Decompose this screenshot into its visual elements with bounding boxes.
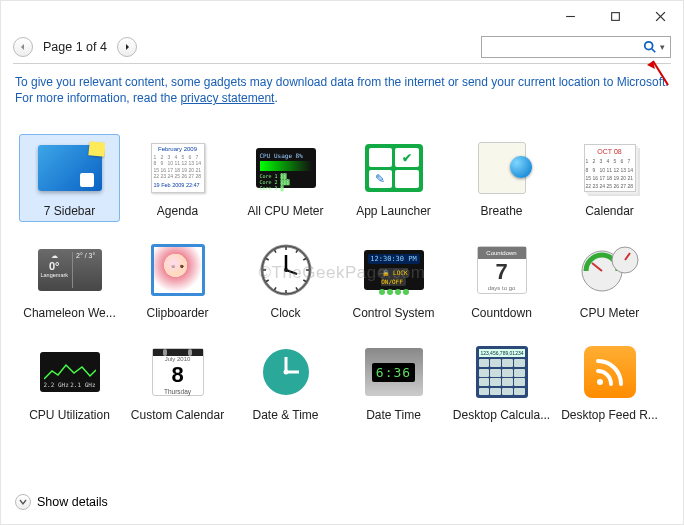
svg-point-36: [597, 379, 603, 385]
gadget-label: Clipboarder: [146, 306, 208, 320]
gadget-thumbnail: [575, 240, 645, 300]
gadget-label: 7 Sidebar: [44, 204, 95, 218]
gadget-label: Custom Calendar: [131, 408, 224, 422]
gadget-thumbnail: Countdown7days to go: [467, 240, 537, 300]
gadget-item[interactable]: 7 Sidebar: [19, 134, 120, 222]
next-page-button[interactable]: [117, 37, 137, 57]
gadget-item[interactable]: February 2009123456789101112131415161718…: [127, 138, 228, 218]
gadget-item[interactable]: CPU Meter: [559, 240, 660, 320]
gadget-item[interactable]: Countdown7days to go Countdown: [451, 240, 552, 320]
gadget-grid: 7 Sidebar February 200912345678910111213…: [1, 110, 683, 430]
gadget-label: Date Time: [366, 408, 421, 422]
gadget-item[interactable]: 12:30:30 PM🔒 LOCK ON/OFF Control System: [343, 240, 444, 320]
gadget-label: Agenda: [157, 204, 198, 218]
gadget-label: Breathe: [480, 204, 522, 218]
gadget-thumbnail: CPU Usage 8%Core 1 ▓▓Core 2 ▓▓▓Core 3 ▓: [251, 138, 321, 198]
gadget-item[interactable]: CPU Usage 8%Core 1 ▓▓Core 2 ▓▓▓Core 3 ▓ …: [235, 138, 336, 218]
maximize-button[interactable]: [593, 1, 638, 31]
gadget-item[interactable]: July 20108Thursday Custom Calendar: [127, 342, 228, 422]
gadget-label: Control System: [352, 306, 434, 320]
toolbar-divider: [13, 63, 671, 64]
notice-text: To give you relevant content, some gadge…: [15, 75, 669, 105]
gadget-item[interactable]: 123,456,789,01234 Desktop Calcula...: [451, 342, 552, 422]
gadget-thumbnail: July 20108Thursday: [143, 342, 213, 402]
gadget-item[interactable]: 2.2 GHz2.1 GHz CPU Utilization: [19, 342, 120, 422]
search-input[interactable]: [486, 39, 643, 55]
gadget-item[interactable]: Breathe: [451, 138, 552, 218]
gadget-label: Date & Time: [252, 408, 318, 422]
svg-point-6: [645, 42, 653, 50]
gadget-thumbnail: 6:36: [359, 342, 429, 402]
svg-marker-5: [126, 44, 129, 50]
search-box[interactable]: ▾: [481, 36, 671, 58]
gadget-label: Clock: [270, 306, 300, 320]
gadget-label: All CPU Meter: [247, 204, 323, 218]
search-icon[interactable]: [643, 40, 657, 54]
gadget-label: Countdown: [471, 306, 532, 320]
gadget-label: App Launcher: [356, 204, 431, 218]
gadget-item[interactable]: 6:36 Date Time: [343, 342, 444, 422]
gadget-label: Calendar: [585, 204, 634, 218]
gadget-thumbnail: OCT 081234567891011121314151617181920212…: [575, 138, 645, 198]
gadget-thumbnail: February 2009123456789101112131415161718…: [143, 138, 213, 198]
toolbar: Page 1 of 4 ▾: [1, 31, 683, 63]
gadget-thumbnail: [251, 342, 321, 402]
prev-page-button[interactable]: [13, 37, 33, 57]
gadget-label: Desktop Calcula...: [453, 408, 550, 422]
page-indicator: Page 1 of 4: [43, 40, 107, 54]
gadget-item[interactable]: OCT 081234567891011121314151617181920212…: [559, 138, 660, 218]
close-button[interactable]: [638, 1, 683, 31]
gadget-item[interactable]: Clipboarder: [127, 240, 228, 320]
gadget-label: CPU Utilization: [29, 408, 110, 422]
gadget-thumbnail: ☁0°Langemark2° / 3°: [35, 240, 105, 300]
gadget-thumbnail: [467, 138, 537, 198]
gadget-thumbnail: [143, 240, 213, 300]
gadget-thumbnail: 2.2 GHz2.1 GHz: [35, 342, 105, 402]
privacy-notice: To give you relevant content, some gadge…: [1, 66, 683, 110]
gadget-label: Desktop Feed R...: [561, 408, 658, 422]
gadget-thumbnail: ✔✎: [359, 138, 429, 198]
minimize-button[interactable]: [548, 1, 593, 31]
window-titlebar: [1, 1, 683, 31]
svg-point-35: [283, 370, 288, 375]
privacy-link[interactable]: privacy statement: [180, 91, 274, 105]
chevron-down-icon: [15, 494, 31, 510]
search-dropdown-icon[interactable]: ▾: [657, 42, 668, 52]
svg-rect-1: [612, 12, 620, 20]
gadget-label: Chameleon We...: [23, 306, 116, 320]
gadget-item[interactable]: Desktop Feed R...: [559, 342, 660, 422]
gadget-thumbnail: [35, 138, 105, 198]
gadget-item[interactable]: Clock: [235, 240, 336, 320]
gadget-item[interactable]: ✔✎ App Launcher: [343, 138, 444, 218]
gadget-thumbnail: 123,456,789,01234: [467, 342, 537, 402]
svg-line-7: [652, 49, 656, 53]
gadget-item[interactable]: Date & Time: [235, 342, 336, 422]
show-details-label: Show details: [37, 495, 108, 509]
gadget-label: CPU Meter: [580, 306, 639, 320]
svg-point-26: [284, 268, 288, 272]
gadget-thumbnail: [251, 240, 321, 300]
gadget-thumbnail: [575, 342, 645, 402]
show-details-toggle[interactable]: Show details: [15, 494, 108, 510]
gadget-item[interactable]: ☁0°Langemark2° / 3° Chameleon We...: [19, 240, 120, 320]
svg-marker-4: [21, 44, 24, 50]
gadget-thumbnail: 12:30:30 PM🔒 LOCK ON/OFF: [359, 240, 429, 300]
